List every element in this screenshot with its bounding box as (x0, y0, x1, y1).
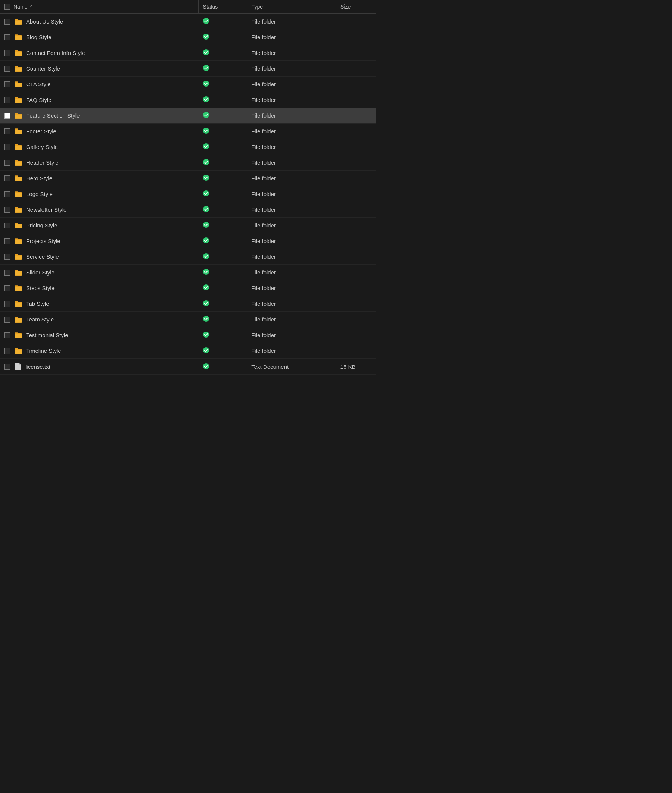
name-cell: Header Style (0, 155, 198, 171)
file-list-table: Name ^ Status Type Size About Us Style F… (0, 0, 376, 375)
size-cell (336, 312, 376, 328)
size-cell (336, 29, 376, 45)
row-checkbox[interactable] (5, 364, 10, 369)
row-checkbox[interactable] (5, 50, 10, 56)
size-cell (336, 296, 376, 312)
row-checkbox[interactable] (5, 254, 10, 260)
row-checkbox[interactable] (5, 191, 10, 197)
synced-status-icon (203, 18, 210, 24)
item-name-label: Blog Style (26, 34, 51, 40)
size-cell (336, 61, 376, 77)
status-cell (198, 328, 247, 343)
table-row[interactable]: FAQ Style File folder (0, 92, 376, 108)
status-cell (198, 14, 247, 29)
folder-icon (14, 81, 22, 88)
svg-point-21 (203, 347, 209, 353)
table-row[interactable]: Gallery Style File folder (0, 139, 376, 155)
row-checkbox[interactable] (5, 207, 10, 213)
type-cell: File folder (247, 155, 336, 171)
folder-icon (14, 128, 22, 135)
row-checkbox[interactable] (5, 176, 10, 181)
table-row[interactable]: Service Style File folder (0, 249, 376, 265)
svg-point-12 (203, 206, 209, 212)
folder-icon (14, 50, 22, 56)
row-checkbox[interactable] (5, 317, 10, 323)
item-name-label: About Us Style (26, 18, 63, 25)
row-checkbox[interactable] (5, 285, 10, 291)
table-row[interactable]: Projects Style File folder (0, 233, 376, 249)
name-cell: Newsletter Style (0, 202, 198, 217)
table-row[interactable]: Hero Style File folder (0, 171, 376, 186)
svg-point-15 (203, 253, 209, 259)
row-checkbox[interactable] (5, 348, 10, 354)
table-row[interactable]: CTA Style File folder (0, 77, 376, 92)
status-cell (198, 265, 247, 280)
row-checkbox[interactable] (5, 97, 10, 103)
item-name-label: Slider Style (26, 269, 54, 275)
synced-status-icon (203, 284, 210, 291)
name-cell: Timeline Style (0, 343, 198, 359)
folder-icon (14, 144, 22, 150)
select-all-checkbox[interactable] (5, 4, 10, 10)
table-row[interactable]: Logo Style File folder (0, 186, 376, 202)
svg-point-14 (203, 237, 209, 243)
svg-point-18 (203, 300, 209, 306)
table-row[interactable]: Testimonial Style File folder (0, 328, 376, 343)
table-row[interactable]: Slider Style File folder (0, 265, 376, 280)
table-row[interactable]: Newsletter Style File folder (0, 202, 376, 217)
row-checkbox[interactable] (5, 332, 10, 338)
row-checkbox[interactable] (5, 19, 10, 25)
svg-point-9 (203, 159, 209, 165)
size-cell (336, 265, 376, 280)
folder-icon (14, 285, 22, 292)
type-cell: File folder (247, 265, 336, 280)
name-cell: About Us Style (0, 14, 198, 29)
table-row[interactable]: Tab Style File folder (0, 296, 376, 312)
synced-status-icon (203, 80, 210, 87)
svg-point-19 (203, 316, 209, 322)
type-cell: File folder (247, 123, 336, 139)
row-checkbox[interactable] (5, 128, 10, 134)
row-checkbox[interactable] (5, 113, 10, 119)
table-row[interactable]: Footer Style File folder (0, 123, 376, 139)
table-row[interactable]: license.txt Text Document15 KB (0, 359, 376, 375)
sort-arrow-icon[interactable]: ^ (30, 4, 32, 10)
size-cell (336, 108, 376, 123)
table-row[interactable]: Team Style File folder (0, 312, 376, 328)
row-checkbox[interactable] (5, 160, 10, 166)
table-row[interactable]: About Us Style File folder (0, 14, 376, 29)
table-row[interactable]: Blog Style File folder (0, 29, 376, 45)
row-checkbox[interactable] (5, 66, 10, 72)
synced-status-icon (203, 96, 210, 103)
table-row[interactable]: Pricing Style File folder (0, 217, 376, 233)
table-row[interactable]: Feature Section Style File folder (0, 108, 376, 123)
synced-status-icon (203, 127, 210, 134)
folder-icon (14, 269, 22, 276)
table-row[interactable]: Counter Style File folder (0, 61, 376, 77)
item-name-label: Logo Style (26, 191, 53, 197)
table-row[interactable]: Header Style File folder (0, 155, 376, 171)
row-checkbox[interactable] (5, 222, 10, 229)
name-cell: Gallery Style (0, 139, 198, 155)
name-cell: Counter Style (0, 61, 198, 77)
size-cell (336, 155, 376, 171)
row-checkbox[interactable] (5, 301, 10, 307)
table-row[interactable]: Timeline Style File folder (0, 343, 376, 359)
synced-status-icon (203, 300, 210, 307)
table-row[interactable]: Steps Style File folder (0, 280, 376, 296)
synced-status-icon (203, 347, 210, 353)
folder-icon (14, 348, 22, 354)
status-cell (198, 108, 247, 123)
size-cell (336, 171, 376, 186)
row-checkbox[interactable] (5, 270, 10, 275)
name-cell: Tab Style (0, 296, 198, 312)
svg-point-17 (203, 285, 209, 291)
row-checkbox[interactable] (5, 82, 10, 87)
size-cell (336, 343, 376, 359)
table-row[interactable]: Contact Form Info Style File folder (0, 45, 376, 61)
row-checkbox[interactable] (5, 34, 10, 40)
synced-status-icon (203, 269, 210, 275)
row-checkbox[interactable] (5, 144, 10, 150)
synced-status-icon (203, 33, 210, 40)
row-checkbox[interactable] (5, 238, 10, 244)
